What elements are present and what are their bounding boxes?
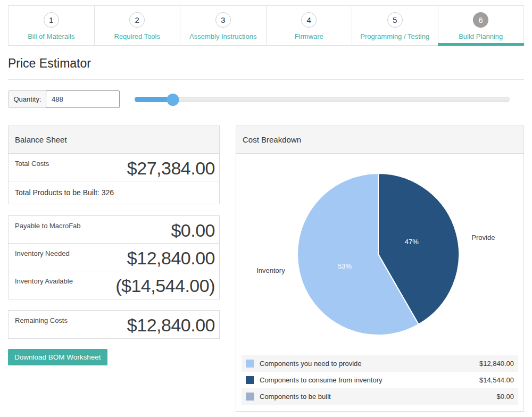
step-number-badge: 6	[473, 12, 488, 28]
download-bom-worksheet-button[interactable]: Download BOM Worksheet	[8, 349, 107, 365]
inventory-needed-label: Inventory Needed	[15, 247, 70, 271]
slider-thumb[interactable]	[167, 94, 179, 106]
step-label: Firmware	[267, 32, 352, 40]
legend-swatch-light-blue	[246, 360, 254, 368]
pie-slice-name-label: Inventory	[256, 266, 285, 274]
cost-breakdown-title: Cost Breakdown	[236, 126, 523, 154]
legend-label: Components to consume from inventory	[260, 376, 479, 384]
step-number-badge: 1	[44, 12, 59, 28]
legend-row-consume: Components to consume from inventory $14…	[242, 372, 518, 388]
step-assembly-instructions[interactable]: 3 Assembly Instructions	[180, 5, 267, 46]
step-bill-of-materials[interactable]: 1 Bill of Materails	[8, 5, 95, 46]
legend-label: Components you need to provide	[260, 360, 479, 368]
pie-percent-label: 47%	[405, 238, 419, 246]
inventory-needed-value: $12,840.00	[127, 247, 215, 271]
payable-label: Payable to MacroFab	[15, 220, 81, 243]
payable-value: $0.00	[171, 220, 215, 243]
step-label: Assembly Instructions	[180, 32, 266, 40]
step-label: Programming / Testing	[352, 32, 438, 40]
step-number-badge: 2	[129, 12, 145, 28]
pie-chart-svg: 47%Provide53%Inventory	[236, 154, 523, 355]
divider	[8, 79, 524, 80]
step-number-badge: 3	[215, 12, 231, 28]
remaining-costs-value: $12,840.00	[127, 314, 215, 338]
total-costs-value: $27,384.00	[127, 157, 215, 181]
inventory-available-label: Inventory Available	[15, 275, 73, 299]
quantity-slider[interactable]	[135, 93, 510, 106]
step-number-badge: 5	[387, 12, 403, 28]
legend-value: $0.00	[496, 393, 514, 401]
stepper: 1 Bill of Materails 2 Required Tools 3 A…	[8, 5, 524, 46]
legend-row-built: Components to be built $0.00	[242, 388, 518, 405]
remaining-costs-label: Remaining Costs	[15, 314, 68, 338]
remaining-costs-row: Remaining Costs $12,840.00	[9, 311, 219, 338]
quantity-input-group: Quantity:	[8, 90, 120, 108]
inventory-available-value: ($14,544.00)	[115, 275, 215, 299]
step-build-planning[interactable]: 6 Build Planning	[438, 5, 525, 46]
quantity-row: Quantity:	[8, 90, 524, 108]
costs-detail-panel: Payable to MacroFab $0.00 Inventory Need…	[8, 215, 220, 299]
pie-slice-name-label: Provide	[471, 233, 495, 241]
pie-percent-label: 53%	[338, 262, 352, 270]
step-firmware[interactable]: 4 Firmware	[267, 5, 353, 46]
remaining-costs-panel: Remaining Costs $12,840.00	[8, 310, 220, 339]
legend-value: $14,544.00	[479, 376, 514, 384]
payable-row: Payable to MacroFab $0.00	[9, 216, 219, 244]
cost-breakdown-panel: Cost Breakdown 47%Provide53%Inventory Co…	[236, 126, 524, 412]
pie-chart: 47%Provide53%Inventory	[236, 154, 523, 355]
legend-label: Components to be built	[260, 393, 496, 401]
step-label: Bill of Materails	[9, 32, 94, 40]
step-required-tools[interactable]: 2 Required Tools	[95, 5, 181, 46]
balance-sheet-panel: Balance Sheet Total Costs $27,384.00 Tot…	[8, 126, 220, 204]
total-products-row: Total Products to be Built: 326	[9, 181, 219, 204]
legend-row-provide: Components you need to provide $12,840.0…	[242, 355, 518, 372]
slider-track[interactable]	[135, 97, 510, 102]
inventory-needed-row: Inventory Needed $12,840.00	[9, 244, 219, 271]
quantity-input[interactable]	[46, 90, 120, 108]
total-costs-row: Total Costs $27,384.00	[9, 154, 219, 181]
page-title: Price Estimator	[8, 56, 524, 71]
step-programming-testing[interactable]: 5 Programming / Testing	[352, 5, 438, 46]
step-number-badge: 4	[301, 12, 317, 28]
legend-value: $12,840.00	[479, 360, 514, 368]
step-label: Required Tools	[95, 32, 180, 40]
chart-legend: Components you need to provide $12,840.0…	[242, 355, 518, 405]
step-label: Build Planning	[438, 32, 524, 40]
total-costs-label: Total Costs	[15, 157, 49, 181]
legend-swatch-dark-blue	[246, 376, 254, 384]
legend-swatch-gray-blue	[246, 393, 254, 401]
quantity-label: Quantity:	[9, 91, 46, 107]
balance-sheet-title: Balance Sheet	[9, 126, 219, 154]
inventory-available-row: Inventory Available ($14,544.00)	[9, 271, 219, 299]
